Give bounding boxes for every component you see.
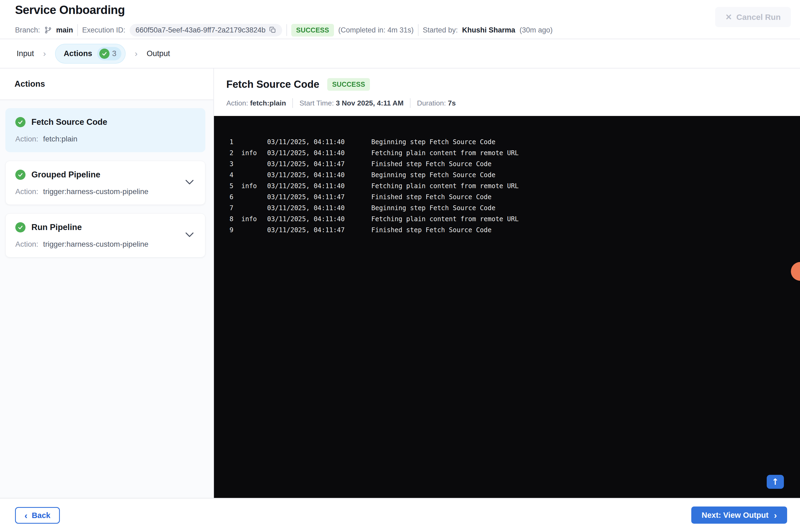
close-icon: ✕ bbox=[725, 12, 732, 22]
divider bbox=[410, 98, 411, 108]
action-card[interactable]: Run Pipeline Action: trigger:harness-cus… bbox=[5, 213, 205, 258]
started-by-label: Started by: bbox=[423, 26, 458, 34]
action-value: fetch:plain bbox=[43, 135, 78, 143]
cancel-run-button[interactable]: ✕ Cancel Run bbox=[715, 7, 791, 27]
started-by-name: Khushi Sharma bbox=[462, 26, 515, 34]
arrow-up-icon: ↑ bbox=[772, 477, 779, 487]
footer: ‹ Back Next: View Output › bbox=[0, 498, 800, 532]
check-circle-icon bbox=[15, 117, 25, 127]
started-ago-text: (30m ago) bbox=[519, 26, 552, 34]
log-message: Fetching plain content from remote URL bbox=[371, 182, 800, 190]
log-message: Finished step Fetch Source Code bbox=[371, 160, 800, 168]
log-line: 9 03/11/2025, 04:11:47 Finished step Fet… bbox=[214, 224, 800, 235]
log-timestamp: 03/11/2025, 04:11:47 bbox=[267, 226, 371, 234]
chevron-right-icon: › bbox=[43, 49, 46, 58]
log-line-number: 8 bbox=[230, 215, 241, 223]
action-label: Action: bbox=[15, 240, 38, 249]
log-message: Finished step Fetch Source Code bbox=[371, 226, 800, 234]
log-timestamp: 03/11/2025, 04:11:47 bbox=[267, 160, 371, 168]
log-line: 8 info 03/11/2025, 04:11:40 Fetching pla… bbox=[214, 213, 800, 224]
log-timestamp: 03/11/2025, 04:11:40 bbox=[267, 149, 371, 157]
log-line-number: 1 bbox=[230, 138, 241, 146]
log-console[interactable]: 1 03/11/2025, 04:11:40 Beginning step Fe… bbox=[214, 116, 800, 498]
action-card[interactable]: Fetch Source Code Action: fetch:plain bbox=[5, 108, 205, 152]
sidebar-title: Actions bbox=[15, 79, 45, 89]
action-label: Action: bbox=[15, 135, 38, 143]
scroll-to-top-button[interactable]: ↑ bbox=[767, 475, 784, 489]
log-timestamp: 03/11/2025, 04:11:40 bbox=[267, 182, 371, 190]
tab-input[interactable]: Input bbox=[17, 49, 34, 58]
chevron-down-icon[interactable] bbox=[185, 232, 194, 239]
next-view-output-button[interactable]: Next: View Output › bbox=[691, 507, 787, 524]
log-timestamp: 03/11/2025, 04:11:40 bbox=[267, 215, 371, 223]
sidebar-header: Actions bbox=[0, 69, 213, 100]
check-circle-icon bbox=[15, 170, 25, 180]
log-message: Beginning step Fetch Source Code bbox=[371, 171, 800, 179]
back-button-label: Back bbox=[32, 511, 50, 520]
meta-duration-value: 7s bbox=[448, 99, 456, 107]
header: Service Onboarding Branch: main Executio… bbox=[0, 0, 800, 39]
action-card-title: Grouped Pipeline bbox=[32, 170, 100, 179]
meta-duration-label: Duration: bbox=[417, 99, 446, 107]
actions-count: 3 bbox=[112, 49, 116, 58]
tab-output[interactable]: Output bbox=[147, 49, 170, 58]
content: Actions Fetch Source Code Action: fetch:… bbox=[0, 69, 800, 498]
log-level: info bbox=[241, 182, 267, 190]
log-line-number: 3 bbox=[230, 160, 241, 168]
step-status-badge: SUCCESS bbox=[327, 78, 370, 91]
execution-id-value: 660f50a7-5eef-43a6-9ff7-2a2179c3824b bbox=[136, 26, 266, 34]
action-value: trigger:harness-custom-pipeline bbox=[43, 187, 149, 196]
chevron-left-icon: ‹ bbox=[24, 511, 27, 520]
page-title: Service Onboarding bbox=[15, 3, 125, 17]
tab-actions[interactable]: Actions 3 bbox=[55, 44, 126, 63]
action-label: Action: bbox=[15, 187, 38, 196]
back-button[interactable]: ‹ Back bbox=[15, 507, 60, 524]
meta-start-value: 3 Nov 2025, 4:11 AM bbox=[336, 99, 403, 107]
page: Service Onboarding Branch: main Executio… bbox=[0, 0, 800, 532]
chevron-down-icon[interactable] bbox=[185, 179, 194, 186]
step-title: Fetch Source Code bbox=[226, 79, 319, 90]
branch-label: Branch: bbox=[15, 26, 40, 34]
action-card-title: Fetch Source Code bbox=[32, 117, 108, 127]
log-level: info bbox=[241, 215, 267, 223]
step-tabbar: Input › Actions 3 › Output bbox=[0, 39, 800, 69]
divider bbox=[77, 24, 78, 36]
log-lines: 1 03/11/2025, 04:11:40 Beginning step Fe… bbox=[214, 136, 800, 235]
completed-in-text: (Completed in: 4m 31s) bbox=[338, 26, 414, 34]
log-line: 3 03/11/2025, 04:11:47 Finished step Fet… bbox=[214, 158, 800, 169]
execution-id-pill: 660f50a7-5eef-43a6-9ff7-2a2179c3824b bbox=[130, 24, 282, 37]
action-card[interactable]: Grouped Pipeline Action: trigger:harness… bbox=[5, 161, 205, 205]
log-message: Fetching plain content from remote URL bbox=[371, 149, 800, 157]
action-card-title: Run Pipeline bbox=[32, 223, 82, 232]
log-line-number: 9 bbox=[230, 226, 241, 234]
step-meta: Action: fetch:plain Start Time: 3 Nov 20… bbox=[226, 98, 788, 116]
check-circle-icon bbox=[15, 222, 25, 232]
log-message: Beginning step Fetch Source Code bbox=[371, 138, 800, 146]
meta-action-label: Action: bbox=[226, 99, 248, 107]
log-timestamp: 03/11/2025, 04:11:40 bbox=[267, 171, 371, 179]
meta-action-value: fetch:plain bbox=[250, 99, 286, 107]
execution-id-label: Execution ID: bbox=[82, 26, 126, 34]
chevron-right-icon: › bbox=[774, 511, 777, 520]
next-button-label: Next: View Output bbox=[702, 511, 768, 520]
log-message: Fetching plain content from remote URL bbox=[371, 215, 800, 223]
git-branch-icon bbox=[44, 26, 52, 34]
branch-name: main bbox=[56, 26, 73, 34]
log-timestamp: 03/11/2025, 04:11:40 bbox=[267, 204, 371, 212]
copy-icon[interactable] bbox=[269, 26, 276, 34]
log-line-number: 2 bbox=[230, 149, 241, 157]
log-message: Beginning step Fetch Source Code bbox=[371, 204, 800, 212]
action-list: Fetch Source Code Action: fetch:plain Gr… bbox=[0, 100, 213, 498]
log-line-number: 5 bbox=[230, 182, 241, 190]
tab-actions-label: Actions bbox=[64, 49, 92, 58]
log-timestamp: 03/11/2025, 04:11:40 bbox=[267, 138, 371, 146]
action-value: trigger:harness-custom-pipeline bbox=[43, 240, 149, 249]
run-status-badge: SUCCESS bbox=[291, 24, 334, 37]
chevron-right-icon: › bbox=[135, 49, 138, 58]
log-line: 5 info 03/11/2025, 04:11:40 Fetching pla… bbox=[214, 180, 800, 191]
divider bbox=[418, 24, 419, 36]
step-detail-panel: Fetch Source Code SUCCESS Action: fetch:… bbox=[214, 69, 800, 498]
log-level: info bbox=[241, 149, 267, 157]
actions-sidebar: Actions Fetch Source Code Action: fetch:… bbox=[0, 69, 214, 498]
divider bbox=[286, 24, 287, 36]
